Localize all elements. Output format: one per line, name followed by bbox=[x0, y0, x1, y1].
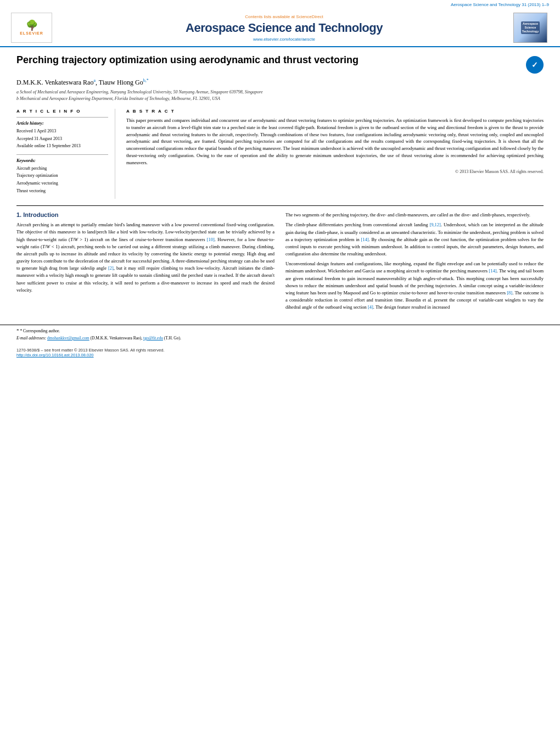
article-info-col: A R T I C L E I N F O Article history: R… bbox=[16, 109, 115, 199]
journal-logo-text: AerospaceScienceTechnology bbox=[521, 21, 540, 34]
journal-logo-box: AerospaceScienceTechnology bbox=[513, 13, 547, 43]
affil-b: b Mechanical and Aerospace Engineering D… bbox=[16, 96, 544, 102]
article-info-header: A R T I C L E I N F O bbox=[16, 109, 108, 114]
authors-line: D.M.K.K. Venkateswara Raoa, Tiauw Hiong … bbox=[16, 78, 544, 87]
footnote-email: E-mail addresses: dmohankkvr@gmail.com (… bbox=[16, 336, 544, 342]
keyword-3: Aerodynamic vectoring bbox=[16, 180, 108, 187]
footnote-section: * * Corresponding author. E-mail address… bbox=[0, 325, 560, 345]
header-center: Contents lists available at ScienceDirec… bbox=[60, 14, 508, 42]
ref-8[interactable]: [8] bbox=[507, 290, 512, 295]
keyword-1: Aircraft perching bbox=[16, 165, 108, 172]
section-divider bbox=[16, 205, 544, 206]
elsevier-logo: 🌳 ELSEVIER bbox=[11, 13, 55, 43]
article-history: Article history: Received 1 April 2013 A… bbox=[16, 121, 108, 150]
author2-name: Tiauw Hiong Go bbox=[99, 79, 143, 86]
sciencedirect-link: Contents lists available at ScienceDirec… bbox=[60, 14, 508, 19]
issn-line: 1270-9638/$ – see front matter © 2013 El… bbox=[16, 348, 544, 353]
abstract-text: This paper presents and compares individ… bbox=[126, 117, 544, 166]
body-col-right: The two segments of the perching traject… bbox=[285, 211, 544, 314]
ref-14b[interactable]: [14] bbox=[489, 268, 496, 274]
journal-logo-right: AerospaceScienceTechnology bbox=[513, 13, 549, 43]
doi-link[interactable]: http://dx.doi.org/10.1016/j.ast.2013.08.… bbox=[16, 353, 94, 358]
author1-name: D.M.K.K. Venkateswara Rao bbox=[16, 79, 93, 86]
section1-para-right-1: The two segments of the perching traject… bbox=[285, 211, 544, 219]
keyword-4: Thrust vectoring bbox=[16, 187, 108, 195]
article-title-row: Perching trajectory optimization using a… bbox=[16, 54, 544, 74]
elsevier-tree-icon: 🌳 bbox=[26, 20, 38, 30]
ref-2[interactable]: [2] bbox=[108, 265, 114, 271]
affil-a: a School of Mechanical and Aerospace Eng… bbox=[16, 89, 544, 96]
ref-4[interactable]: [4] bbox=[368, 304, 373, 310]
section1-para-right-2: The climb-phase differentiates perching … bbox=[285, 221, 544, 258]
section1-para-left: Aircraft perching is an attempt to parti… bbox=[16, 221, 275, 294]
elsevier-label: ELSEVIER bbox=[20, 31, 43, 35]
author2-sup: b,* bbox=[143, 78, 149, 83]
header-section: 🌳 ELSEVIER Contents lists available at S… bbox=[0, 8, 560, 47]
ref-9-12[interactable]: [9,12] bbox=[429, 222, 441, 227]
keywords-section: Keywords: Aircraft perching Trajectory o… bbox=[16, 158, 108, 194]
sciencedirect-name[interactable]: ScienceDirect bbox=[296, 14, 323, 19]
page: Aerospace Science and Technology 31 (201… bbox=[0, 0, 560, 742]
doi-line: http://dx.doi.org/10.1016/j.ast.2013.08.… bbox=[16, 353, 544, 358]
received-date: Received 1 April 2013 Accepted 31 August… bbox=[16, 127, 108, 150]
ref-10[interactable]: [10] bbox=[207, 237, 215, 242]
author1-sup: a bbox=[93, 78, 96, 83]
journal-url[interactable]: www.elsevier.com/locate/aescte bbox=[60, 37, 508, 42]
keyword-2: Trajectory optimization bbox=[16, 172, 108, 180]
abstract-col: A B S T R A C T This paper presents and … bbox=[126, 109, 544, 199]
journal-citation: Aerospace Science and Technology 31 (201… bbox=[451, 2, 549, 7]
article-meta-section: A R T I C L E I N F O Article history: R… bbox=[16, 109, 544, 199]
email-link-2[interactable]: tgo@fit.edu bbox=[143, 336, 163, 341]
article-title-text: Perching trajectory optimization using a… bbox=[16, 54, 526, 66]
affiliations: a School of Mechanical and Aerospace Eng… bbox=[16, 89, 544, 102]
abstract-header: A B S T R A C T bbox=[126, 109, 544, 114]
article-content: Perching trajectory optimization using a… bbox=[0, 47, 560, 325]
footnote-corresponding: * * Corresponding author. bbox=[16, 327, 544, 334]
body-section: 1. Introduction Aircraft perching is an … bbox=[16, 211, 544, 319]
journal-title: Aerospace Science and Technology bbox=[60, 21, 508, 35]
ref-14[interactable]: [14] bbox=[361, 237, 368, 242]
crossmark-badge: ✓ bbox=[526, 56, 544, 74]
email-link-1[interactable]: dmohankkvr@gmail.com bbox=[47, 336, 89, 341]
section1-para-right-3: Unconventional design features and confi… bbox=[285, 260, 544, 311]
bottom-bar: 1270-9638/$ – see front matter © 2013 El… bbox=[0, 345, 560, 360]
body-col-left: 1. Introduction Aircraft perching is an … bbox=[16, 211, 275, 314]
history-label: Article history: bbox=[16, 121, 108, 126]
section1-heading: 1. Introduction bbox=[16, 211, 275, 218]
keywords-label: Keywords: bbox=[16, 158, 108, 163]
journal-top-bar: Aerospace Science and Technology 31 (201… bbox=[0, 0, 560, 8]
copyright-line: © 2013 Elsevier Masson SAS. All rights r… bbox=[126, 169, 544, 174]
